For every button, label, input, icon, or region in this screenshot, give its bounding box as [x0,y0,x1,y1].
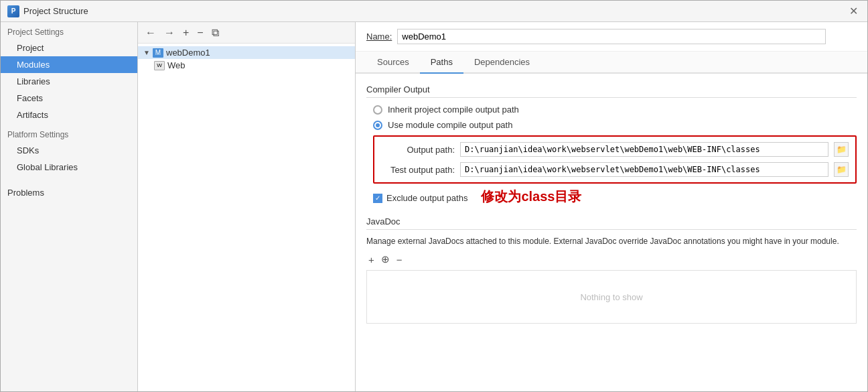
exclude-checkbox[interactable] [373,194,382,203]
app-icon: P [7,5,19,17]
use-module-radio-label: Use module compile output path [388,120,512,130]
window-title: Project Structure [23,6,88,16]
test-output-path-browse-button[interactable]: 📁 [834,162,849,177]
output-paths-box: Output path: 📁 Test output path: 📁 [373,135,857,184]
output-path-label: Output path: [381,145,455,155]
javadoc-remove-button[interactable]: − [394,253,405,266]
javadoc-empty-list: Nothing to show [366,270,857,324]
web-label: Web [167,60,186,70]
inherit-radio[interactable] [373,105,382,115]
tree-content: ▼ M webDemo1 W Web [138,44,355,391]
forward-button[interactable]: → [162,26,177,40]
module-label: webDemo1 [166,48,210,58]
titlebar: P Project Structure ✕ [1,1,867,22]
inherit-radio-row[interactable]: Inherit project compile output path [366,105,857,115]
exclude-row: Exclude output paths [373,193,467,203]
use-module-radio-row[interactable]: Use module compile output path [366,120,857,130]
tab-sources[interactable]: Sources [366,52,420,74]
project-settings-header: Project Settings [1,22,137,40]
javadoc-header: JavaDoc [366,216,857,230]
sidebar-item-problems[interactable]: Problems [1,182,137,203]
main-content: Project Settings Project Modules Librari… [1,22,867,391]
sidebar-item-libraries[interactable]: Libraries [1,73,137,90]
test-output-path-row: Test output path: 📁 [381,162,849,177]
javadoc-empty-label: Nothing to show [580,292,642,302]
output-path-browse-button[interactable]: 📁 [834,142,849,157]
use-module-radio[interactable] [373,121,382,130]
test-output-path-label: Test output path: [381,165,455,175]
close-button[interactable]: ✕ [847,5,861,17]
sidebar-item-artifacts[interactable]: Artifacts [1,107,137,123]
javadoc-description: Manage external JavaDocs attached to thi… [366,235,857,247]
module-icon: M [153,48,163,58]
web-icon: W [154,61,165,70]
test-output-path-input[interactable] [460,162,828,177]
sidebar-item-facets[interactable]: Facets [1,90,137,107]
sidebar-item-project[interactable]: Project [1,40,137,56]
tabs-bar: Sources Paths Dependencies [356,52,867,74]
panel-body: Compiler Output Inherit project compile … [356,74,867,391]
output-path-row: Output path: 📁 [381,142,849,157]
tree-toolbar: ← → + − ⧉ [138,22,355,44]
detail-panel: Name: Sources Paths Dependencies C [356,22,867,391]
exclude-label: Exclude output paths [386,193,467,203]
annotation-text: 修改为class目录 [481,188,581,206]
folder-icon-2: 📁 [837,165,847,174]
platform-settings-header: Platform Settings [1,123,137,142]
javadoc-toolbar: + ⊕ − [366,253,857,266]
name-row: Name: [356,22,867,52]
javadoc-section: JavaDoc Manage external JavaDocs attache… [366,216,857,324]
javadoc-add-alt-button[interactable]: ⊕ [379,253,392,266]
tree-module-item[interactable]: ▼ M webDemo1 [138,46,355,59]
project-structure-window: P Project Structure ✕ Project Settings P… [0,0,868,392]
tree-arrow-icon: ▼ [143,49,150,56]
tree-panel: ← → + − ⧉ ▼ M webDemo1 W Web [138,22,356,391]
output-path-input[interactable] [460,142,828,157]
back-button[interactable]: ← [143,26,158,40]
copy-button[interactable]: ⧉ [210,26,221,40]
folder-icon: 📁 [837,145,847,154]
sidebar-item-global-libraries[interactable]: Global Libraries [1,159,137,176]
tab-dependencies[interactable]: Dependencies [463,52,540,74]
exclude-annotation-row: Exclude output paths 修改为class目录 [366,188,857,206]
tree-web-item[interactable]: W Web [138,59,355,72]
name-input[interactable] [397,29,826,44]
add-button[interactable]: + [181,26,191,40]
sidebar: Project Settings Project Modules Librari… [1,22,138,391]
compiler-output-section: Compiler Output Inherit project compile … [366,84,857,206]
name-label: Name: [366,31,392,42]
titlebar-left: P Project Structure [7,5,88,17]
inherit-radio-label: Inherit project compile output path [388,105,519,115]
sidebar-item-modules[interactable]: Modules [1,56,137,73]
javadoc-add-button[interactable]: + [366,253,376,266]
sidebar-item-sdks[interactable]: SDKs [1,142,137,159]
compiler-output-title: Compiler Output [366,84,857,98]
remove-button[interactable]: − [195,26,205,40]
tab-paths[interactable]: Paths [420,52,463,74]
